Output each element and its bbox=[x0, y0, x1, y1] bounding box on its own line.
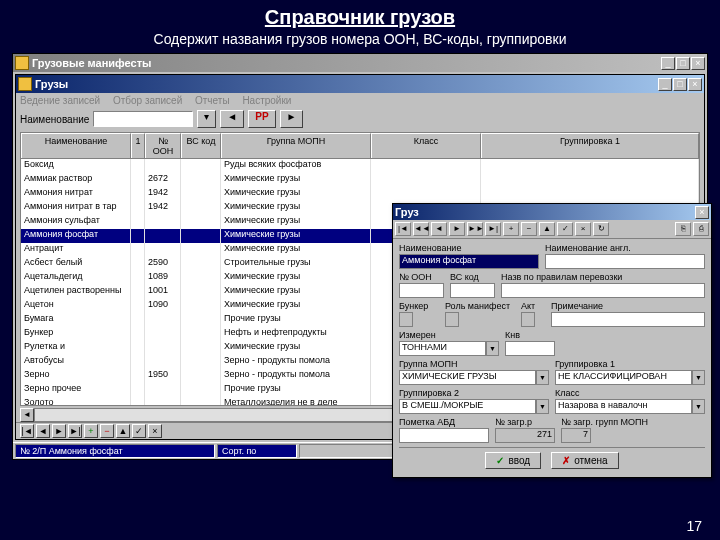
inner-titlebar[interactable]: Грузы _ □ × bbox=[16, 75, 704, 93]
filter-next[interactable]: ► bbox=[280, 110, 304, 128]
cell bbox=[131, 299, 145, 313]
cell bbox=[131, 229, 145, 243]
cell bbox=[181, 355, 221, 369]
g1-field[interactable]: НЕ КЛАССИФИЦИРОВАН bbox=[555, 370, 692, 385]
col-name[interactable]: Наименование bbox=[21, 133, 131, 158]
menu-reports[interactable]: Отчеты bbox=[195, 95, 230, 106]
dlg-nav-refresh[interactable]: ↻ bbox=[593, 222, 609, 236]
inner-close-button[interactable]: × bbox=[688, 78, 702, 91]
dlg-nav-prev[interactable]: ◄ bbox=[431, 222, 447, 236]
gmopn-field[interactable]: ХИМИЧЕСКИЕ ГРУЗЫ bbox=[399, 370, 536, 385]
minimize-button[interactable]: _ bbox=[661, 57, 675, 70]
dlg-nav-first[interactable]: |◄ bbox=[395, 222, 411, 236]
dlg-tool-2[interactable]: ⎙ bbox=[693, 222, 709, 236]
nav-first[interactable]: |◄ bbox=[20, 424, 34, 438]
filter-pp-button[interactable]: PP bbox=[248, 110, 275, 128]
filter-dropdown[interactable]: ▾ bbox=[197, 110, 216, 128]
table-row[interactable]: БоксидРуды всяких фосфатов bbox=[21, 159, 699, 173]
ngrp-label: № загр. групп МОПН bbox=[561, 417, 705, 427]
g1-dropdown[interactable]: ▼ bbox=[692, 370, 705, 385]
name-field[interactable]: Аммония фосфат bbox=[399, 254, 539, 269]
nstr-field[interactable]: 271 bbox=[495, 428, 555, 443]
g2-dropdown[interactable]: ▼ bbox=[536, 399, 549, 414]
dlg-nav-next[interactable]: ► bbox=[449, 222, 465, 236]
col-group[interactable]: Группа МОПН bbox=[221, 133, 371, 158]
ok-button[interactable]: ✓ввод bbox=[485, 452, 541, 469]
class-field[interactable]: Назарова в навалочн bbox=[555, 399, 692, 414]
cell: Химические грузы bbox=[221, 271, 371, 285]
nav-post[interactable]: ✓ bbox=[132, 424, 146, 438]
role-check[interactable] bbox=[445, 312, 459, 327]
dlg-nav-pgdn[interactable]: ►► bbox=[467, 222, 483, 236]
inner-minimize-button[interactable]: _ bbox=[658, 78, 672, 91]
col-grp1[interactable]: Группировка 1 bbox=[481, 133, 699, 158]
dialog-titlebar[interactable]: Груз × bbox=[393, 204, 711, 220]
dlg-nav-cancel[interactable]: × bbox=[575, 222, 591, 236]
nav-del[interactable]: − bbox=[100, 424, 114, 438]
col-class[interactable]: Класс bbox=[371, 133, 481, 158]
dlg-nav-add[interactable]: + bbox=[503, 222, 519, 236]
nav-last[interactable]: ►| bbox=[68, 424, 82, 438]
izm-field[interactable]: ТОННАМИ bbox=[399, 341, 486, 356]
izm-dropdown[interactable]: ▼ bbox=[486, 341, 499, 356]
cell: Ацетон bbox=[21, 299, 131, 313]
bc-label: ВС код bbox=[450, 272, 495, 282]
nav-edit[interactable]: ▲ bbox=[116, 424, 130, 438]
scroll-left[interactable]: ◄ bbox=[20, 408, 34, 422]
cell: Бумага bbox=[21, 313, 131, 327]
col-oon[interactable]: № ООН bbox=[145, 133, 181, 158]
outer-titlebar[interactable]: Грузовые манифесты _ □ × bbox=[13, 54, 707, 72]
cell bbox=[131, 369, 145, 383]
cell: Химические грузы bbox=[221, 173, 371, 187]
cell bbox=[145, 215, 181, 229]
act-label: Акт bbox=[521, 301, 545, 311]
cell bbox=[131, 397, 145, 405]
oon-field[interactable] bbox=[399, 283, 444, 298]
cell bbox=[181, 383, 221, 397]
nav-cancel[interactable]: × bbox=[148, 424, 162, 438]
g2-field[interactable]: В СМЕШ./МОКРЫЕ bbox=[399, 399, 536, 414]
dlg-nav-last[interactable]: ►| bbox=[485, 222, 501, 236]
filter-input[interactable] bbox=[93, 111, 193, 127]
cell bbox=[145, 313, 181, 327]
dlg-nav-post[interactable]: ✓ bbox=[557, 222, 573, 236]
cell: Зерно - продукты помола bbox=[221, 369, 371, 383]
ngrp-field[interactable]: 7 bbox=[561, 428, 591, 443]
menu-records[interactable]: Ведение записей bbox=[20, 95, 100, 106]
filter-prev[interactable]: ◄ bbox=[220, 110, 244, 128]
nav-prev[interactable]: ◄ bbox=[36, 424, 50, 438]
maximize-button[interactable]: □ bbox=[676, 57, 690, 70]
dlg-nav-pgup[interactable]: ◄◄ bbox=[413, 222, 429, 236]
cell: Аммиак раствор bbox=[21, 173, 131, 187]
adb-field[interactable] bbox=[399, 428, 489, 443]
dialog-close-button[interactable]: × bbox=[695, 206, 709, 219]
table-row[interactable]: Аммиак раствор2672Химические грузы bbox=[21, 173, 699, 187]
bunker-check[interactable] bbox=[399, 312, 413, 327]
nav-next[interactable]: ► bbox=[52, 424, 66, 438]
kns-field[interactable] bbox=[505, 341, 555, 356]
note-field[interactable] bbox=[551, 312, 705, 327]
inner-maximize-button[interactable]: □ bbox=[673, 78, 687, 91]
gmopn-dropdown[interactable]: ▼ bbox=[536, 370, 549, 385]
nav-add[interactable]: + bbox=[84, 424, 98, 438]
close-button[interactable]: × bbox=[691, 57, 705, 70]
cell bbox=[145, 341, 181, 355]
bc-field[interactable] bbox=[450, 283, 495, 298]
col-bc[interactable]: ВС код bbox=[181, 133, 221, 158]
cancel-button[interactable]: ✗отмена bbox=[551, 452, 618, 469]
cell bbox=[181, 257, 221, 271]
rule-field[interactable] bbox=[501, 283, 705, 298]
cell bbox=[145, 397, 181, 405]
class-dropdown[interactable]: ▼ bbox=[692, 399, 705, 414]
menu-settings[interactable]: Настройки bbox=[242, 95, 291, 106]
nameeng-field[interactable] bbox=[545, 254, 705, 269]
cell bbox=[131, 383, 145, 397]
table-row[interactable]: Аммония нитрат1942Химические грузы bbox=[21, 187, 699, 201]
dlg-nav-del[interactable]: − bbox=[521, 222, 537, 236]
dlg-nav-edit[interactable]: ▲ bbox=[539, 222, 555, 236]
menu-filter[interactable]: Отбор записей bbox=[113, 95, 182, 106]
col-1[interactable]: 1 bbox=[131, 133, 145, 158]
dlg-tool-1[interactable]: ⎘ bbox=[675, 222, 691, 236]
act-check[interactable] bbox=[521, 312, 535, 327]
menubar[interactable]: Ведение записей Отбор записей Отчеты Нас… bbox=[16, 93, 704, 108]
